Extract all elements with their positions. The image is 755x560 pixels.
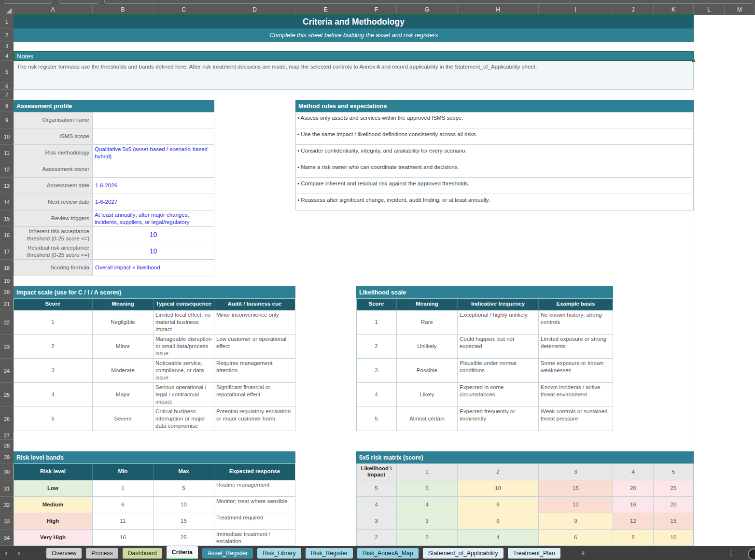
tab-process[interactable]: Process bbox=[86, 548, 118, 559]
profile-value-5[interactable]: 1-6-2027 bbox=[93, 194, 214, 210]
profile-value-7[interactable]: 10 bbox=[93, 227, 214, 243]
likelihood-cell-1-0[interactable]: 2 bbox=[356, 335, 397, 359]
likelihood-cell-2-3[interactable]: Some exposure or known weaknesses bbox=[539, 359, 613, 383]
row-header-11[interactable]: 11 bbox=[0, 145, 14, 161]
tab-criteria[interactable]: Criteria bbox=[167, 546, 198, 560]
impact-scale-header[interactable]: Impact scale (use for C / I / A scores) bbox=[14, 286, 295, 298]
profile-value-8[interactable]: 10 bbox=[93, 243, 214, 260]
profile-label-2[interactable]: Risk methodology bbox=[14, 145, 93, 161]
band-min-0[interactable]: 1 bbox=[93, 480, 154, 497]
matrix-cell-l5-i4[interactable]: 20 bbox=[613, 480, 654, 497]
band-col-header-3[interactable]: Expected response bbox=[214, 463, 295, 480]
matrix-cell-l5-i5[interactable]: 25 bbox=[654, 480, 694, 497]
method-rule-0[interactable]: • Assess only assets and services within… bbox=[295, 112, 694, 128]
matrix-impact-header-4[interactable]: 4 bbox=[613, 463, 654, 480]
impact-cell-1-3[interactable]: Low customer or operational effect bbox=[214, 335, 295, 359]
impact-cell-4-3[interactable]: Potential regulatory escalation or major… bbox=[214, 407, 295, 431]
profile-label-7[interactable]: Inherent risk acceptance threshold (0-25… bbox=[14, 227, 93, 243]
row-header-7[interactable]: 7 bbox=[0, 90, 14, 100]
method-rules-header[interactable]: Method rules and expectations bbox=[295, 100, 694, 112]
column-header-k[interactable]: K bbox=[654, 4, 694, 15]
profile-value-2[interactable]: Qualitative 5x5 (asset-based / scenario-… bbox=[93, 145, 214, 161]
band-response-3[interactable]: Immediate treatment / escalation bbox=[214, 530, 295, 546]
column-header-j[interactable]: J bbox=[613, 4, 654, 15]
row-header-25[interactable]: 25 bbox=[0, 383, 14, 407]
impact-cell-4-0[interactable]: 5 bbox=[14, 407, 93, 431]
band-col-header-0[interactable]: Risk level bbox=[14, 463, 93, 480]
impact-cell-1-2[interactable]: Manageable disruption or small data/proc… bbox=[154, 335, 214, 359]
band-max-1[interactable]: 10 bbox=[154, 497, 214, 513]
row-header-4[interactable]: 4 bbox=[0, 51, 14, 61]
tab-risk_library[interactable]: Risk_Library bbox=[257, 548, 301, 559]
likelihood-cell-4-1[interactable]: Almost certain bbox=[397, 407, 458, 431]
likelihood-cell-0-1[interactable]: Rare bbox=[397, 310, 458, 335]
sheet-title-banner[interactable]: Criteria and Methodology bbox=[14, 15, 694, 28]
band-level-0[interactable]: Low bbox=[14, 480, 93, 497]
matrix-corner-cell[interactable]: Likelihood \ Impact bbox=[356, 463, 397, 480]
likelihood-col-header-2[interactable]: Indicative frequency bbox=[458, 298, 539, 310]
chevron-left-icon[interactable]: ‹ bbox=[0, 549, 13, 558]
likelihood-cell-1-3[interactable]: Limited exposure or strong deterrents bbox=[539, 335, 613, 359]
matrix-cell-l3-i5[interactable]: 15 bbox=[654, 513, 694, 530]
band-level-2[interactable]: High bbox=[14, 513, 93, 530]
matrix-cell-l5-i1[interactable]: 5 bbox=[397, 480, 458, 497]
tab-treatment_plan[interactable]: Treatment_Plan bbox=[508, 548, 560, 559]
profile-label-5[interactable]: Next review date bbox=[14, 194, 93, 210]
row-header-9[interactable]: 9 bbox=[0, 112, 14, 128]
sheet-subtitle-banner[interactable]: Complete this sheet before building the … bbox=[14, 28, 694, 42]
matrix-impact-header-3[interactable]: 3 bbox=[539, 463, 613, 480]
impact-cell-2-0[interactable]: 3 bbox=[14, 359, 93, 383]
profile-label-0[interactable]: Organisation name bbox=[14, 112, 93, 128]
impact-cell-4-1[interactable]: Severe bbox=[93, 407, 154, 431]
method-rule-2[interactable]: • Consider confidentiality, integrity, a… bbox=[295, 145, 694, 161]
chevron-right-icon[interactable]: › bbox=[13, 549, 25, 558]
matrix-cell-l2-i5[interactable]: 10 bbox=[654, 530, 694, 546]
tab-risk_annexa_map[interactable]: Risk_AnnexA_Map bbox=[357, 548, 419, 559]
impact-cell-0-3[interactable]: Minor inconvenience only bbox=[214, 310, 295, 335]
likelihood-cell-0-2[interactable]: Exceptional / highly unlikely bbox=[458, 310, 539, 335]
row-header-23[interactable]: 23 bbox=[0, 335, 14, 359]
tab-dashboard[interactable]: Dashboard bbox=[123, 548, 162, 559]
profile-label-6[interactable]: Review triggers bbox=[14, 210, 93, 227]
likelihood-cell-3-2[interactable]: Expected in some circumstances bbox=[458, 383, 539, 407]
band-col-header-2[interactable]: Max bbox=[154, 463, 214, 480]
likelihood-col-header-3[interactable]: Example basis bbox=[539, 298, 613, 310]
matrix-impact-header-5[interactable]: 5 bbox=[654, 463, 694, 480]
column-header-i[interactable]: I bbox=[539, 4, 613, 15]
row-header-1[interactable]: 1 bbox=[0, 15, 14, 28]
impact-cell-3-0[interactable]: 4 bbox=[14, 383, 93, 407]
likelihood-col-header-0[interactable]: Score bbox=[356, 298, 397, 310]
impact-cell-2-3[interactable]: Requires management attention bbox=[214, 359, 295, 383]
row-header-27[interactable]: 27 bbox=[0, 431, 14, 440]
matrix-likelihood-2[interactable]: 2 bbox=[356, 530, 397, 546]
row-header-19[interactable]: 19 bbox=[0, 276, 14, 286]
profile-value-0[interactable] bbox=[93, 112, 214, 128]
likelihood-scale-header[interactable]: Likelihood scale bbox=[356, 286, 613, 298]
profile-label-1[interactable]: ISMS scope bbox=[14, 128, 93, 145]
band-response-1[interactable]: Monitor; treat where sensible bbox=[214, 497, 295, 513]
column-header-e[interactable]: E bbox=[295, 4, 356, 15]
impact-cell-0-0[interactable]: 1 bbox=[14, 310, 93, 335]
floating-button-partial[interactable] bbox=[748, 548, 755, 560]
band-max-0[interactable]: 5 bbox=[154, 480, 214, 497]
row-header-34[interactable]: 34 bbox=[0, 530, 14, 546]
impact-cell-0-2[interactable]: Limited local effect; no material busine… bbox=[154, 310, 214, 335]
likelihood-cell-2-2[interactable]: Plausible under normal conditions bbox=[458, 359, 539, 383]
row-header-26[interactable]: 26 bbox=[0, 407, 14, 431]
impact-cell-1-1[interactable]: Minor bbox=[93, 335, 154, 359]
matrix-cell-l4-i2[interactable]: 8 bbox=[458, 497, 539, 513]
column-header-g[interactable]: G bbox=[397, 4, 458, 15]
row-header-20[interactable]: 20 bbox=[0, 286, 14, 298]
matrix-cell-l4-i3[interactable]: 12 bbox=[539, 497, 613, 513]
band-response-0[interactable]: Routine management bbox=[214, 480, 295, 497]
tab-statement_of_applicability[interactable]: Statement_of_Applicability bbox=[423, 548, 503, 559]
method-rule-3[interactable]: • Name a risk owner who can coordinate t… bbox=[295, 161, 694, 178]
likelihood-cell-3-1[interactable]: Likely bbox=[397, 383, 458, 407]
column-header-m[interactable]: M bbox=[725, 4, 755, 15]
likelihood-cell-2-1[interactable]: Possible bbox=[397, 359, 458, 383]
band-col-header-1[interactable]: Min bbox=[93, 463, 154, 480]
column-header-b[interactable]: B bbox=[93, 4, 154, 15]
profile-label-8[interactable]: Residual risk acceptance threshold (0-25… bbox=[14, 243, 93, 260]
matrix-likelihood-3[interactable]: 3 bbox=[356, 513, 397, 530]
impact-cell-3-3[interactable]: Significant financial or reputational ef… bbox=[214, 383, 295, 407]
